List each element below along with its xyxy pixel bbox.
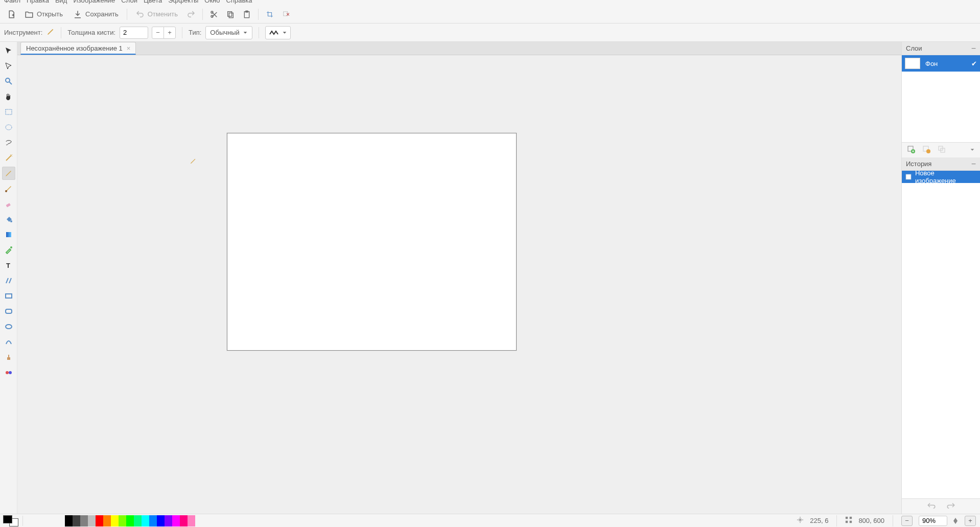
move-tool[interactable]	[2, 44, 15, 57]
blend-type-select[interactable]: Обычный	[205, 26, 252, 39]
palette-color[interactable]	[103, 515, 111, 526]
redo-icon	[186, 10, 196, 19]
zoom-level-input[interactable]	[919, 516, 947, 526]
palette-color[interactable]	[88, 515, 96, 526]
color-swatches[interactable]	[2, 515, 19, 527]
zoom-out-button[interactable]: −	[901, 516, 913, 526]
text-tool[interactable]: T	[2, 259, 15, 272]
layer-visible-icon[interactable]: ✔	[971, 60, 977, 67]
svg-rect-31	[846, 521, 848, 523]
palette-color[interactable]	[188, 515, 195, 526]
copy-button[interactable]	[223, 7, 238, 21]
delete-layer-button[interactable]	[922, 145, 930, 155]
cut-button[interactable]	[207, 7, 221, 21]
freeform-tool[interactable]	[2, 335, 15, 349]
menu-layers[interactable]: Слои	[121, 0, 137, 4]
palette-color[interactable]	[165, 515, 172, 526]
pan-tool[interactable]	[2, 90, 15, 103]
separator	[893, 515, 893, 526]
history-item[interactable]: Новое изображение	[902, 171, 980, 183]
menu-image[interactable]: Изображение	[73, 0, 115, 4]
svg-point-18	[6, 325, 12, 329]
palette-color[interactable]	[119, 515, 126, 526]
paste-button[interactable]	[240, 7, 254, 21]
gradient-tool[interactable]	[2, 228, 15, 241]
crop-button[interactable]	[263, 7, 277, 21]
undo-button[interactable]: Отменить	[131, 8, 182, 21]
lasso-tool[interactable]	[2, 136, 15, 149]
document-tab[interactable]: Несохранённое изображение 1 ×	[20, 42, 136, 55]
palette-color[interactable]	[142, 515, 149, 526]
document-tab-bar: Несохранённое изображение 1 ×	[17, 42, 901, 55]
menu-view[interactable]: Вид	[55, 0, 67, 4]
new-file-button[interactable]	[4, 7, 18, 21]
color-palette	[65, 515, 195, 526]
palette-color[interactable]	[96, 515, 103, 526]
pencil-cursor-icon	[190, 157, 197, 166]
palette-color[interactable]	[80, 515, 88, 526]
stroke-style-select[interactable]	[265, 26, 291, 39]
palette-color[interactable]	[126, 515, 134, 526]
svg-point-1	[211, 15, 213, 17]
zoom-step-down-icon[interactable]	[953, 521, 958, 524]
palette-color[interactable]	[134, 515, 142, 526]
rounded-rect-tool[interactable]	[2, 305, 15, 318]
eyedropper-tool[interactable]	[2, 243, 15, 257]
palette-color[interactable]	[180, 515, 188, 526]
center-area: Несохранённое изображение 1 ×	[17, 42, 901, 514]
palette-color[interactable]	[73, 515, 80, 526]
ellipse-tool[interactable]	[2, 320, 15, 333]
blend-type-label: Тип:	[189, 29, 201, 36]
menu-window[interactable]: Окно	[204, 0, 220, 4]
redo-button[interactable]	[184, 7, 198, 21]
canvas[interactable]	[227, 133, 517, 351]
eraser-tool[interactable]	[2, 197, 15, 211]
brush-tool[interactable]	[2, 182, 15, 195]
palette-color[interactable]	[65, 515, 73, 526]
brush-increase-button[interactable]: +	[164, 27, 176, 39]
canvas-viewport[interactable]	[17, 55, 901, 514]
palette-color[interactable]	[149, 515, 157, 526]
recolor-tool[interactable]	[2, 366, 15, 379]
tab-close-button[interactable]: ×	[127, 44, 131, 52]
add-layer-button[interactable]	[907, 145, 915, 155]
panel-minimize-button[interactable]: −	[971, 44, 976, 53]
menu-colors[interactable]: Цвета	[144, 0, 162, 4]
palette-color[interactable]	[111, 515, 119, 526]
chevron-down-icon	[282, 30, 287, 35]
menu-help[interactable]: Справка	[226, 0, 252, 4]
blend-type-value: Обычный	[210, 29, 239, 36]
palette-color[interactable]	[172, 515, 180, 526]
svg-point-20	[6, 371, 9, 374]
save-button[interactable]: Сохранить	[69, 8, 123, 21]
history-redo-button[interactable]	[946, 502, 955, 511]
clone-stamp-tool[interactable]	[2, 351, 15, 364]
deselect-button[interactable]	[279, 7, 293, 21]
layer-menu-button[interactable]	[970, 146, 975, 154]
menu-file[interactable]: Файл	[4, 0, 20, 4]
line-tool[interactable]	[2, 274, 15, 287]
menu-effects[interactable]: Эффекты	[168, 0, 198, 4]
zoom-in-button[interactable]: +	[965, 516, 976, 526]
zoom-tool[interactable]	[2, 75, 15, 88]
ellipse-select-tool[interactable]	[2, 121, 15, 134]
pencil-tool[interactable]	[2, 167, 15, 180]
brush-decrease-button[interactable]: −	[152, 27, 164, 39]
layer-item[interactable]: Фон ✔	[902, 55, 980, 72]
menu-edit[interactable]: Правка	[27, 0, 49, 4]
primary-color-swatch[interactable]	[3, 515, 12, 523]
rectangle-tool[interactable]	[2, 289, 15, 303]
open-button[interactable]: Открыть	[20, 8, 67, 21]
copy-icon	[226, 10, 235, 18]
fill-tool[interactable]	[2, 213, 15, 226]
panel-minimize-button[interactable]: −	[971, 159, 976, 169]
palette-color[interactable]	[157, 515, 165, 526]
rect-select-tool[interactable]	[2, 105, 15, 119]
duplicate-layer-button[interactable]	[938, 145, 946, 155]
separator	[202, 9, 203, 20]
history-undo-button[interactable]	[927, 502, 936, 511]
magic-wand-tool[interactable]	[2, 151, 15, 165]
pointer-tool[interactable]	[2, 59, 15, 73]
layer-thumbnail	[905, 58, 920, 69]
brush-width-input[interactable]	[120, 27, 148, 39]
